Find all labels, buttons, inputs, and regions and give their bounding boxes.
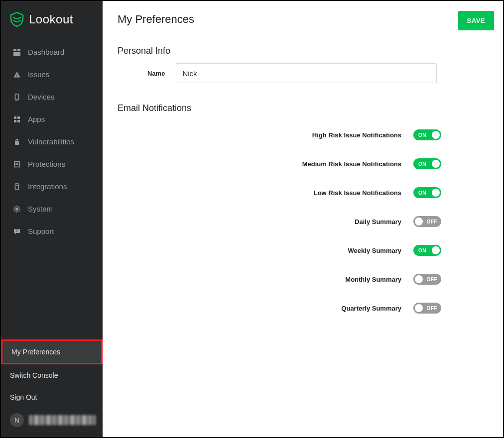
sidebar-item-label: Integrations: [28, 182, 67, 191]
sidebar-item-system[interactable]: System: [1, 198, 103, 220]
integrations-icon: [13, 183, 21, 190]
sidebar-bottom-label: Switch Console: [10, 371, 58, 379]
svg-line-24: [14, 211, 15, 212]
svg-rect-15: [15, 184, 19, 190]
sidebar-item-label: Devices: [28, 93, 54, 101]
toggle-label: High Risk Issue Notifications: [312, 131, 401, 139]
name-input[interactable]: [176, 63, 437, 83]
toggle-row: Quarterly SummaryOFF: [118, 294, 445, 323]
svg-rect-1: [17, 49, 20, 51]
toggle-row: Daily SummaryOFF: [118, 207, 445, 236]
svg-rect-3: [16, 74, 17, 76]
toggle-list: High Risk Issue NotificationsONMedium Ri…: [118, 120, 488, 323]
name-field-row: Name: [147, 63, 488, 83]
sidebar-item-label: Issues: [28, 70, 49, 79]
sidebar-bottom-label: Sign Out: [10, 393, 37, 401]
toggle-label: Monthly Summary: [345, 276, 401, 283]
svg-rect-11: [15, 141, 19, 145]
svg-line-23: [18, 211, 19, 212]
sidebar-item-label: System: [28, 205, 53, 213]
toggle-switch[interactable]: ON: [413, 158, 441, 169]
apps-icon: [13, 116, 21, 123]
sidebar-item-support[interactable]: ? Support: [1, 220, 103, 242]
toggle-knob: [415, 304, 423, 312]
toggle-text: OFF: [427, 219, 438, 224]
toggle-row: High Risk Issue NotificationsON: [118, 120, 445, 149]
section-personal-info: Personal Info Name: [118, 46, 488, 83]
toggle-text: ON: [418, 190, 426, 196]
toggle-text: OFF: [427, 277, 438, 282]
toggle-switch[interactable]: ON: [413, 129, 441, 140]
toggle-text: OFF: [427, 306, 438, 311]
name-label: Name: [147, 70, 165, 77]
svg-point-17: [15, 208, 18, 211]
page-title: My Preferences: [118, 13, 488, 26]
brand: Lookout: [1, 1, 103, 39]
sidebar-item-label: Apps: [28, 115, 45, 123]
sidebar-bottom-label: My Preferences: [11, 348, 60, 356]
avatar: N: [10, 413, 24, 427]
sidebar-item-sign-out[interactable]: Sign Out: [1, 386, 103, 408]
svg-rect-2: [13, 52, 20, 56]
toggle-knob: [415, 218, 423, 225]
svg-rect-0: [13, 49, 16, 51]
sidebar: Lookout Dashboard Issues Devices: [1, 1, 103, 437]
save-button[interactable]: SAVE: [458, 11, 494, 30]
user-strip[interactable]: N: [1, 408, 103, 437]
toggle-knob: [415, 275, 423, 283]
dashboard-icon: [13, 49, 21, 56]
svg-rect-10: [17, 120, 20, 122]
sidebar-item-label: Dashboard: [28, 48, 64, 56]
section-title-email-notifications: Email Notifications: [118, 103, 488, 113]
toggle-label: Low Risk Issue Notifications: [314, 189, 401, 197]
sidebar-item-vulnerabilities[interactable]: Vulnerabilities: [1, 130, 103, 153]
warning-icon: [13, 71, 21, 78]
svg-rect-8: [17, 116, 20, 119]
svg-line-25: [18, 207, 19, 208]
device-icon: [13, 94, 21, 101]
svg-rect-7: [14, 116, 16, 119]
lookout-logo-icon: [10, 12, 24, 27]
toggle-switch[interactable]: ON: [413, 187, 441, 198]
sidebar-item-protections[interactable]: Protections: [1, 153, 103, 175]
toggle-row: Low Risk Issue NotificationsON: [118, 178, 445, 207]
svg-rect-9: [14, 120, 16, 122]
toggle-row: Medium Risk Issue NotificationsON: [118, 149, 445, 178]
nav-main: Dashboard Issues Devices Apps: [1, 39, 103, 242]
toggle-switch[interactable]: ON: [413, 245, 441, 256]
sidebar-item-integrations[interactable]: Integrations: [1, 175, 103, 198]
sidebar-item-label: Protections: [28, 160, 65, 168]
sidebar-item-issues[interactable]: Issues: [1, 63, 103, 86]
toggle-switch[interactable]: OFF: [413, 216, 441, 227]
sidebar-item-dashboard[interactable]: Dashboard: [1, 41, 103, 63]
sidebar-item-apps[interactable]: Apps: [1, 108, 103, 130]
toggle-label: Medium Risk Issue Notifications: [302, 160, 401, 168]
section-title-personal-info: Personal Info: [118, 46, 488, 56]
svg-line-22: [14, 207, 15, 208]
toggle-text: ON: [418, 161, 426, 167]
svg-rect-4: [16, 76, 17, 77]
sidebar-item-label: Vulnerabilities: [28, 137, 74, 146]
support-icon: ?: [13, 228, 21, 235]
toggle-knob: [432, 160, 440, 168]
toggle-label: Weekly Summary: [348, 247, 401, 254]
toggle-knob: [432, 189, 440, 197]
sidebar-item-devices[interactable]: Devices: [1, 86, 103, 108]
gear-icon: [13, 206, 21, 213]
toggle-knob: [432, 131, 440, 139]
nav-bottom: My Preferences Switch Console Sign Out N: [1, 339, 103, 437]
svg-rect-12: [14, 161, 19, 167]
lock-icon: [13, 138, 21, 145]
main-content: My Preferences SAVE Personal Info Name E…: [103, 1, 503, 437]
toggle-row: Monthly SummaryOFF: [118, 265, 445, 294]
toggle-label: Daily Summary: [355, 218, 401, 225]
sidebar-item-my-preferences[interactable]: My Preferences: [1, 339, 103, 364]
toggle-text: ON: [418, 132, 426, 138]
toggle-switch[interactable]: OFF: [413, 274, 441, 285]
sidebar-item-switch-console[interactable]: Switch Console: [1, 364, 103, 386]
toggle-row: Weekly SummaryON: [118, 236, 445, 265]
toggle-label: Quarterly Summary: [341, 305, 401, 312]
sidebar-item-label: Support: [28, 227, 54, 235]
user-name-redacted: [29, 415, 96, 425]
toggle-switch[interactable]: OFF: [413, 303, 441, 314]
